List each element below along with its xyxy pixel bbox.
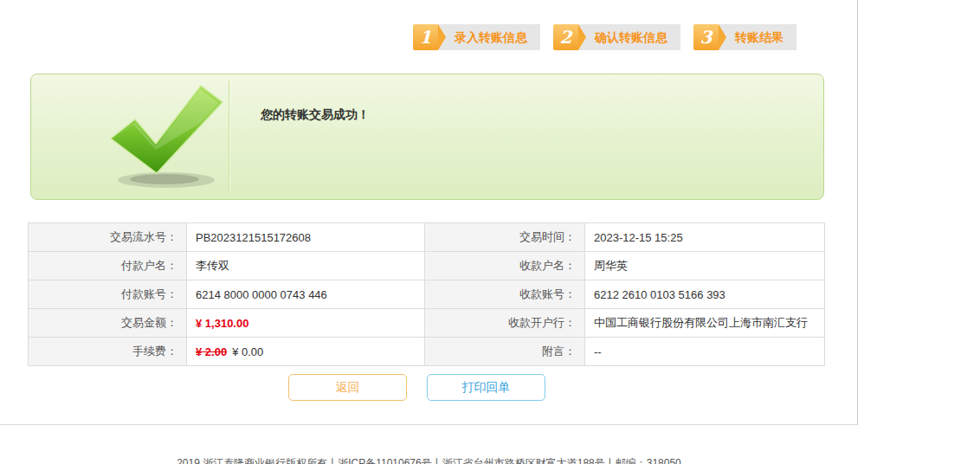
step-1-number-badge: 1: [413, 24, 438, 50]
detail-label: 交易流水号：: [29, 223, 187, 252]
step-2-number-badge: 2: [553, 24, 578, 50]
detail-value-part: 李传双: [196, 259, 229, 272]
panel-divider: [229, 81, 230, 193]
step-2-confirm-info: 2 确认转账信息: [553, 24, 680, 50]
success-message: 您的转账交易成功！: [261, 107, 370, 123]
step-3-number-badge: 3: [693, 24, 719, 50]
main-content-panel: 1 录入转账信息 2 确认转账信息 3 转账结果: [0, 0, 858, 425]
detail-value-part: 2023-12-15 15:25: [594, 231, 683, 244]
detail-value: 中国工商银行股份有限公司上海市南汇支行: [585, 309, 825, 338]
detail-value-part: --: [594, 345, 602, 358]
table-row: 交易流水号：PB2023121515172608交易时间：2023-12-15 …: [29, 223, 825, 252]
detail-value-part: ¥ 1,310.00: [196, 317, 248, 330]
copyright-footer: 2019 浙江泰隆商业银行版权所有丨浙ICP备11010676号丨浙江省台州市路…: [0, 456, 858, 464]
details-table-body: 交易流水号：PB2023121515172608交易时间：2023-12-15 …: [29, 223, 825, 366]
success-checkmark-icon: [99, 81, 250, 192]
detail-value: 周华英: [585, 252, 825, 280]
detail-label: 交易时间：: [425, 223, 585, 252]
detail-value: PB2023121515172608: [187, 223, 425, 252]
detail-label: 收款户名：: [425, 252, 585, 280]
detail-value-part: 6214 8000 0000 0743 446: [196, 288, 327, 301]
transaction-details-table: 交易流水号：PB2023121515172608交易时间：2023-12-15 …: [28, 222, 825, 366]
detail-value-part: PB2023121515172608: [196, 231, 311, 244]
transfer-steps: 1 录入转账信息 2 确认转账信息 3 转账结果: [413, 24, 796, 50]
detail-value-part: ¥ 0.00: [232, 345, 263, 358]
step-1-label: 录入转账信息: [438, 24, 540, 50]
step-3-result: 3 转账结果: [693, 24, 796, 50]
table-row: 付款户名：李传双收款户名：周华英: [29, 252, 825, 280]
table-row: 交易金额：¥ 1,310.00收款开户行：中国工商银行股份有限公司上海市南汇支行: [29, 309, 825, 338]
print-receipt-button[interactable]: 打印回单: [427, 374, 545, 401]
detail-label: 收款开户行：: [425, 309, 585, 338]
success-panel: 您的转账交易成功！: [30, 74, 824, 200]
detail-value: 2023-12-15 15:25: [585, 223, 825, 252]
detail-value: ¥ 1,310.00: [187, 309, 425, 338]
table-row: 付款账号：6214 8000 0000 0743 446收款账号：6212 26…: [29, 280, 825, 309]
detail-value-part: 周华英: [594, 259, 628, 272]
detail-label: 附言：: [425, 338, 585, 366]
detail-label: 手续费：: [29, 338, 187, 366]
step-1-enter-info: 1 录入转账信息: [413, 24, 540, 50]
detail-value: 6212 2610 0103 5166 393: [585, 280, 825, 309]
detail-value: 李传双: [187, 252, 425, 280]
detail-value: 6214 8000 0000 0743 446: [187, 280, 425, 309]
step-2-label: 确认转账信息: [578, 24, 680, 50]
detail-value: ¥ 2.00¥ 0.00: [187, 338, 425, 366]
detail-label: 交易金额：: [29, 309, 187, 338]
table-row: 手续费：¥ 2.00¥ 0.00附言：--: [29, 338, 825, 366]
detail-label: 付款账号：: [29, 280, 187, 309]
detail-value-part: 中国工商银行股份有限公司上海市南汇支行: [594, 316, 808, 329]
detail-label: 收款账号：: [425, 280, 585, 309]
back-button[interactable]: 返回: [288, 374, 407, 401]
step-3-label: 转账结果: [719, 24, 796, 50]
action-buttons: 返回 打印回单: [288, 374, 545, 401]
detail-value-part: 6212 2610 0103 5166 393: [594, 288, 725, 301]
detail-value: --: [585, 338, 825, 366]
detail-value-part: ¥ 2.00: [196, 345, 227, 358]
detail-label: 付款户名：: [29, 252, 187, 280]
